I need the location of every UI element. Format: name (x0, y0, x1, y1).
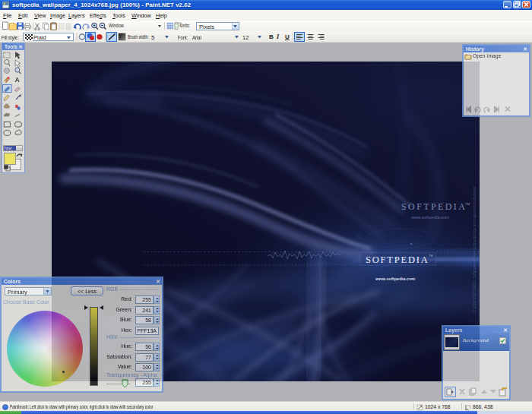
svg-text:TM: TM (429, 254, 432, 258)
svg-text:© 2004 SOFTPEDIA. Softpedia: © 2004 SOFTPEDIA. Softpedia and the Soft… (472, 185, 477, 312)
svg-text:SOFTPEDIA: SOFTPEDIA (401, 201, 467, 212)
svg-text:SOFTPEDIA: SOFTPEDIA (366, 254, 429, 265)
svg-text:Units:: Units: (180, 23, 190, 29)
svg-text:Window: Window (109, 23, 124, 29)
svg-text:A: A (15, 76, 20, 84)
svg-text:www.softpedia.com: www.softpedia.com (375, 277, 415, 281)
svg-text:TM: TM (465, 202, 470, 206)
svg-text:www.softpedia.com: www.softpedia.com (410, 215, 449, 220)
